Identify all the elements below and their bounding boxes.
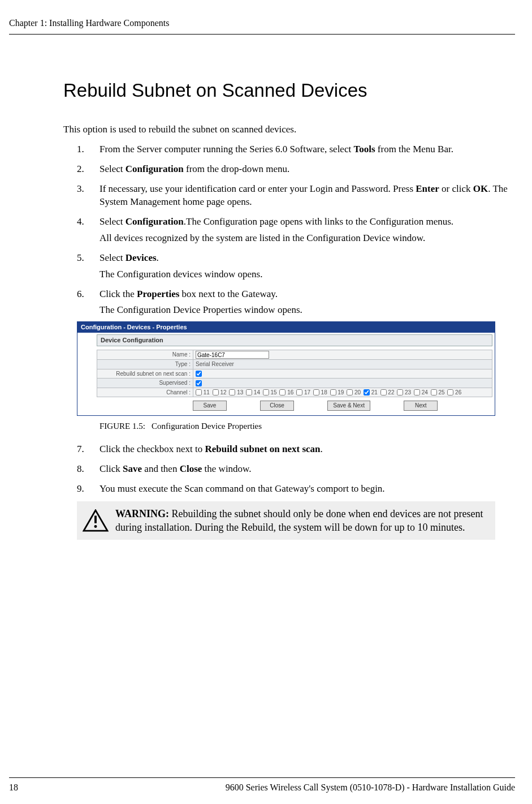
channel-item-26: 26 — [447, 389, 461, 397]
step-text: Click the checkbox next to — [100, 444, 205, 454]
step-4: 4. Select Configuration.The Configuratio… — [100, 216, 515, 245]
channel-item-15: 15 — [263, 389, 277, 397]
figure-text: Configuration Device Properties — [152, 422, 262, 431]
warning-body: Rebuilding the subnet should only be don… — [115, 508, 483, 533]
name-label: Name : — [97, 350, 193, 360]
channel-checkbox-22[interactable] — [380, 389, 387, 395]
dialog-subtitle: Device Configuration — [97, 334, 492, 346]
bold-enter: Enter — [416, 183, 439, 194]
channel-item-11: 11 — [196, 389, 210, 397]
warning-icon — [83, 509, 109, 532]
channel-checkbox-15[interactable] — [263, 389, 269, 395]
supervised-label: Supervised : — [97, 379, 193, 388]
config-dialog: Configuration - Devices - Properties Dev… — [77, 321, 495, 415]
next-button[interactable]: Next — [404, 401, 438, 411]
channel-checkbox-16[interactable] — [279, 389, 286, 395]
channel-item-23: 23 — [397, 389, 411, 397]
step-text: from the Menu Bar. — [375, 144, 453, 154]
step-2: 2. Select Configuration from the drop-do… — [100, 163, 515, 176]
bold-properties: Properties — [137, 289, 179, 299]
step-text: and then — [142, 463, 180, 474]
config-table: Name : Type : Serial Receiver Rebuild su… — [97, 350, 492, 397]
footer-rule — [9, 777, 515, 778]
step-number: 1. — [77, 143, 84, 156]
step-subtext: All devices recognized by the system are… — [100, 232, 515, 245]
page-footer: 18 9600 Series Wireless Call System (051… — [9, 777, 515, 793]
step-text: . — [321, 444, 323, 454]
dialog-title: Configuration - Devices - Properties — [77, 322, 495, 333]
step-7: 7. Click the checkbox next to Rebuild su… — [100, 443, 515, 456]
channel-item-21: 21 — [364, 389, 378, 397]
step-text: or click — [439, 183, 473, 194]
step-number: 7. — [77, 443, 84, 456]
supervised-checkbox[interactable] — [196, 380, 202, 386]
step-5: 5. Select Devices. The Configuration dev… — [100, 252, 515, 281]
step-9: 9. You must execute the Scan command on … — [100, 483, 515, 540]
channel-item-17: 17 — [296, 389, 310, 397]
channel-checkbox-24[interactable] — [414, 389, 420, 395]
channel-checkbox-26[interactable] — [447, 389, 453, 395]
name-input[interactable] — [196, 351, 269, 359]
channel-item-20: 20 — [347, 389, 361, 397]
channel-label: Channel : — [97, 388, 193, 397]
channel-item-19: 19 — [330, 389, 344, 397]
step-text: Select — [100, 164, 126, 174]
bold-configuration: Configuration — [126, 216, 184, 227]
step-text: If necessary, use your identification ca… — [100, 183, 416, 194]
channel-item-13: 13 — [229, 389, 243, 397]
step-number: 8. — [77, 463, 84, 476]
channel-checkbox-13[interactable] — [229, 389, 235, 395]
step-text: . — [157, 252, 159, 263]
channel-item-25: 25 — [431, 389, 445, 397]
bold-tools: Tools — [353, 144, 375, 154]
step-number: 9. — [77, 483, 84, 496]
step-number: 4. — [77, 216, 84, 229]
rebuild-checkbox[interactable] — [196, 371, 202, 377]
step-text: Click — [100, 463, 123, 474]
channel-checkbox-18[interactable] — [313, 389, 319, 395]
step-1: 1. From the Server computer running the … — [100, 143, 515, 156]
type-label: Type : — [97, 360, 193, 369]
channel-checkbox-12[interactable] — [213, 389, 219, 395]
footer-text: 9600 Series Wireless Call System (0510-1… — [226, 782, 515, 793]
intro-text: This option is used to rebuild the subne… — [63, 124, 515, 135]
channel-checkbox-23[interactable] — [397, 389, 403, 395]
step-text: Select — [100, 252, 126, 263]
channel-checkbox-14[interactable] — [246, 389, 252, 395]
channel-checkbox-20[interactable] — [347, 389, 353, 395]
channel-row: 11 12 13 14 15 16 17 18 19 20 21 22 23 2… — [193, 388, 492, 397]
step-text: the window. — [202, 463, 251, 474]
bold-configuration: Configuration — [126, 164, 184, 174]
step-8: 8. Click Save and then Close the window. — [100, 463, 515, 476]
channel-item-18: 18 — [313, 389, 327, 397]
step-number: 5. — [77, 252, 84, 265]
channel-checkbox-21[interactable] — [364, 389, 370, 395]
svg-rect-1 — [94, 515, 97, 523]
channel-checkbox-17[interactable] — [296, 389, 302, 395]
step-text: box next to the Gateway. — [179, 289, 278, 299]
warning-text: WARNING: Rebuilding the subnet should on… — [115, 507, 487, 535]
step-subtext: The Configuration Device Properties wind… — [100, 304, 515, 317]
save-next-button[interactable]: Save & Next — [327, 401, 370, 411]
channel-checkbox-11[interactable] — [196, 389, 202, 395]
step-number: 3. — [77, 183, 84, 196]
step-number: 2. — [77, 163, 84, 176]
header-rule — [9, 34, 515, 35]
step-subtext: The Configuration devices window opens. — [100, 268, 515, 281]
step-text: from the drop-down menu. — [184, 164, 289, 174]
bold-close: Close — [180, 463, 202, 474]
rebuild-label: Rebuild subnet on next scan : — [97, 369, 193, 379]
page-number: 18 — [9, 782, 18, 793]
type-value: Serial Receiver — [193, 360, 492, 369]
save-button[interactable]: Save — [193, 401, 227, 411]
step-text: .The Configuration page opens with links… — [184, 216, 453, 227]
section-title: Rebuild Subnet on Scanned Devices — [63, 80, 515, 101]
bold-devices: Devices — [126, 252, 157, 263]
channel-checkbox-25[interactable] — [431, 389, 437, 395]
close-button[interactable]: Close — [260, 401, 294, 411]
svg-point-2 — [94, 525, 97, 528]
channel-item-16: 16 — [279, 389, 293, 397]
channel-item-24: 24 — [414, 389, 428, 397]
channel-checkbox-19[interactable] — [330, 389, 336, 395]
steps-list: 1. From the Server computer running the … — [63, 143, 515, 540]
